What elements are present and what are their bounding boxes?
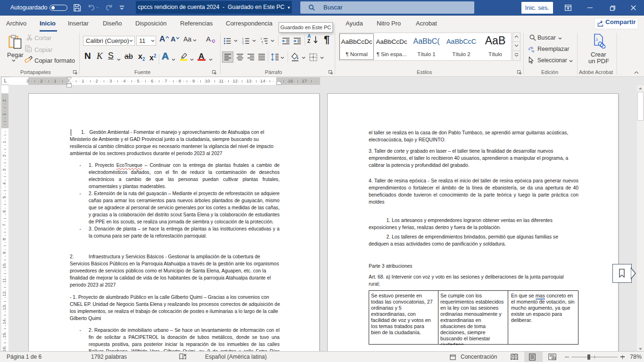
svg-text:3: 3 (242, 42, 244, 44)
svg-text:i: i (263, 42, 263, 44)
svg-text:λ: λ (595, 37, 598, 42)
svg-text:c: c (532, 49, 535, 53)
